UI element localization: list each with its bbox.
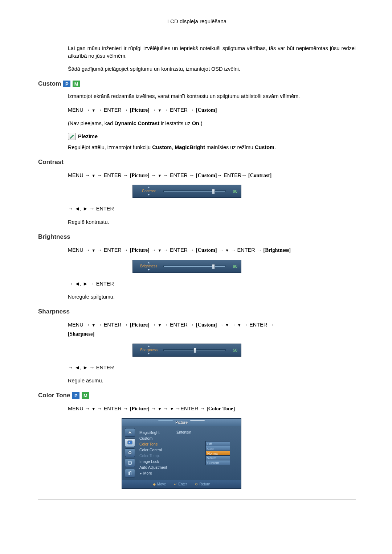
osd-option: Cool bbox=[205, 446, 230, 451]
nav-colortone: [Color Tone] bbox=[207, 406, 235, 411]
nav-picture: [Picture] bbox=[130, 247, 149, 253]
badge-m-icon: M bbox=[73, 81, 80, 87]
slider-label: Brightness bbox=[136, 264, 161, 268]
badge-p-icon: P bbox=[63, 81, 70, 87]
osd-picture-icon bbox=[125, 438, 135, 447]
down-triangle-icon: ▼ bbox=[139, 472, 142, 475]
down-triangle-icon: ▼ bbox=[225, 247, 229, 254]
section-sharpness-label: Sharpness bbox=[38, 308, 70, 315]
nav-text: → ENTER → bbox=[162, 322, 196, 328]
note-label: Piezīme bbox=[78, 134, 98, 139]
osd-menu-label: Color Temp. bbox=[139, 454, 176, 458]
slider-label: Sharpness bbox=[136, 348, 161, 352]
nav-text: → ENTER → bbox=[162, 172, 196, 178]
nav-text: → bbox=[150, 172, 158, 178]
slider-value: 90 bbox=[228, 264, 237, 268]
osd-setup-icon bbox=[125, 459, 135, 467]
section-brightness-label: Brightness bbox=[38, 233, 70, 241]
nav-text: → ENTER → bbox=[162, 107, 196, 113]
svg-rect-0 bbox=[128, 441, 132, 444]
text-bold: Custom bbox=[152, 144, 172, 150]
nav-text: → ENTER → bbox=[95, 107, 130, 113]
osd-option: Warm bbox=[205, 455, 230, 460]
return-icon: ↺ bbox=[195, 482, 198, 486]
nav-text: → bbox=[217, 322, 225, 328]
nav-text: → ENTER → bbox=[95, 406, 130, 411]
section-sharpness-title: Sharpness bbox=[38, 308, 356, 315]
text-bold: Custom bbox=[255, 144, 274, 150]
slider-value: 90 bbox=[228, 189, 237, 193]
enter-icon: ↵ bbox=[174, 482, 177, 486]
text-bold: MagicBright bbox=[175, 144, 205, 150]
nav-text: → ENTER → bbox=[95, 247, 130, 253]
text: .) bbox=[199, 120, 203, 126]
badge-p-icon: P bbox=[72, 392, 79, 399]
osd-multi-icon bbox=[125, 469, 135, 477]
nav-text: → ENTER → bbox=[229, 247, 263, 253]
footer-text: Move bbox=[157, 482, 166, 486]
slider-value: 50 bbox=[228, 348, 237, 352]
contrast-nav-path-2: → ◄, ► → ENTER bbox=[68, 204, 356, 213]
nav-custom: [Custom] bbox=[196, 247, 217, 253]
custom-paragraph-3: Regulējot attēlu, izmantojot funkciju Cu… bbox=[68, 144, 356, 151]
osd-title: Picture bbox=[122, 419, 241, 426]
nav-text: → ENTER→ bbox=[217, 172, 248, 178]
osd-option: Custom bbox=[205, 460, 230, 465]
nav-text: → bbox=[150, 406, 158, 411]
nav-sharpness: [Sharpness] bbox=[68, 331, 94, 337]
osd-menu-label: Color Control bbox=[139, 448, 176, 452]
text: ir iestatīts uz bbox=[159, 120, 192, 126]
brightness-slider: ▲ Brightness ▼ 90 bbox=[132, 260, 241, 273]
slider-track bbox=[163, 266, 226, 267]
nav-picture: [Picture] bbox=[130, 107, 149, 113]
svg-point-5 bbox=[130, 462, 131, 463]
intro-paragraph-2: Šādā gadījumā pielāgojiet spilgtumu un k… bbox=[68, 65, 356, 73]
diamond-icon: ◆ bbox=[153, 482, 156, 486]
down-triangle-icon: ▼ bbox=[158, 322, 162, 329]
down-triangle-icon: ▼ bbox=[91, 247, 95, 254]
down-triangle-icon: ▼ bbox=[91, 172, 95, 179]
osd-options-popup: OffCoolNormalWarmCustom bbox=[205, 441, 230, 465]
nav-text: → bbox=[150, 247, 158, 253]
section-contrast-title: Contrast bbox=[38, 159, 356, 166]
slider-track bbox=[163, 190, 226, 192]
section-colortone-label: Color Tone bbox=[38, 392, 70, 399]
note-icon bbox=[68, 133, 76, 140]
page-footer-rule bbox=[38, 500, 356, 500]
nav-text: → ENTER → bbox=[241, 322, 274, 328]
sharpness-paragraph: Regulē asumu. bbox=[68, 377, 356, 385]
osd-option: Normal bbox=[205, 451, 230, 456]
osd-menu-label: Color Tone bbox=[139, 442, 176, 446]
nav-text: → bbox=[150, 107, 158, 113]
note-row: Piezīme bbox=[68, 133, 356, 140]
svg-point-3 bbox=[129, 452, 131, 454]
text: mainīsies uz režīmu bbox=[205, 144, 255, 150]
osd-menu-label: Custom bbox=[139, 436, 176, 440]
contrast-paragraph: Regulē kontrastu. bbox=[68, 218, 356, 226]
osd-menu-value: Entertain bbox=[177, 430, 191, 434]
osd-menu-item: Auto Adjustment bbox=[139, 464, 241, 470]
nav-contrast: [Contrast] bbox=[248, 172, 271, 178]
nav-text: → ENTER → bbox=[95, 172, 130, 178]
brightness-nav-path: MENU → ▼ → ENTER → [Picture] → ▼ → ENTER… bbox=[68, 246, 356, 255]
nav-text: → bbox=[217, 247, 225, 253]
nav-text: MENU → bbox=[68, 247, 91, 253]
nav-picture: [Picture] bbox=[130, 322, 149, 328]
down-triangle-icon: ▼ bbox=[158, 107, 162, 114]
down-triangle-icon: ▼ bbox=[136, 268, 161, 271]
osd-input-icon bbox=[125, 428, 135, 437]
text: . bbox=[274, 144, 276, 150]
colortone-nav-path: MENU → ▼ → ENTER → [Picture] → ▼ → ▼ →EN… bbox=[68, 404, 356, 413]
nav-brightness: [Brightness] bbox=[263, 247, 291, 253]
intro-paragraph-1: Lai gan mūsu inženieri ir rūpīgi izvēlēj… bbox=[68, 45, 356, 60]
osd-footer-return: ↺Return bbox=[195, 482, 210, 486]
osd-menu-label: Image Lock bbox=[139, 459, 176, 464]
nav-custom: [Custom] bbox=[196, 172, 217, 178]
brightness-nav-path-2: → ◄, ► → ENTER bbox=[68, 279, 356, 288]
slider-label-column: ▲ Contrast ▼ bbox=[136, 186, 161, 196]
brightness-paragraph: Noregulē spilgtumu. bbox=[68, 293, 356, 301]
section-custom-label: Custom bbox=[38, 80, 61, 87]
sharpness-nav-path-2: → ◄, ► → ENTER bbox=[68, 363, 356, 372]
custom-nav-path: MENU → ▼ → ENTER → [Picture] → ▼ → ENTER… bbox=[68, 106, 356, 115]
osd-icon-column bbox=[122, 426, 138, 480]
